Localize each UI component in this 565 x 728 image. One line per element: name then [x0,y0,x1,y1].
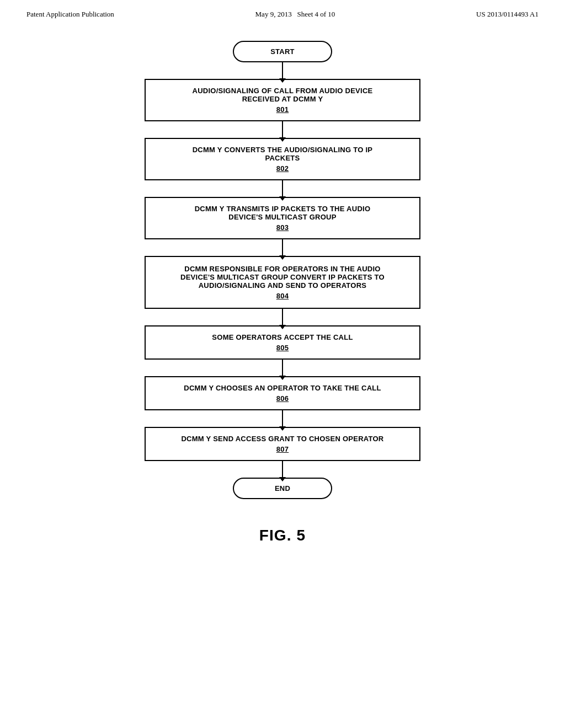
arrow-1 [282,62,283,79]
flowchart: START AUDIO/SIGNALING OF CALL FROM AUDIO… [0,41,565,544]
arrow-8 [282,461,283,478]
header-left: Patent Application Publication [26,10,114,19]
arrow-6 [282,360,283,376]
node-807: DCMM Y SEND ACCESS GRANT TO CHOSEN OPERA… [145,427,420,461]
node-802: DCMM Y CONVERTS THE AUDIO/SIGNALING TO I… [145,138,420,180]
header-right: US 2013/0114493 A1 [476,10,539,19]
node-803: DCMM Y TRANSMITS IP PACKETS TO THE AUDIO… [145,197,420,239]
arrow-7 [282,410,283,427]
node-801: AUDIO/SIGNALING OF CALL FROM AUDIO DEVIC… [145,79,420,121]
start-node: START [233,41,332,62]
arrow-4 [282,239,283,256]
arrow-2 [282,121,283,138]
header-middle-date: May 9, 2013 Sheet 4 of 10 [255,10,335,19]
figure-label: FIG. 5 [259,527,306,544]
arrow-3 [282,180,283,197]
node-805: SOME OPERATORS ACCEPT THE CALL 805 [145,325,420,360]
arrow-5 [282,309,283,325]
page-header: Patent Application Publication May 9, 20… [0,0,565,19]
node-804: DCMM RESPONSIBLE FOR OPERATORS IN THE AU… [145,256,420,309]
node-806: DCMM Y CHOOSES AN OPERATOR TO TAKE THE C… [145,376,420,410]
